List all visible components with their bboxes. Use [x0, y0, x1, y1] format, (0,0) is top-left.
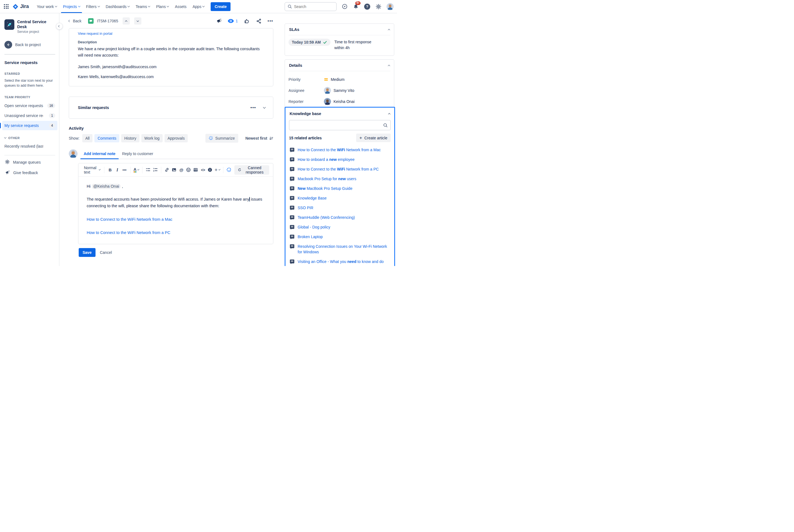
filter-work-log[interactable]: Work log: [141, 134, 163, 142]
create-button[interactable]: Create: [211, 2, 230, 11]
code-block-button[interactable]: <>: [199, 166, 206, 174]
next-issue-button[interactable]: [134, 17, 141, 24]
nav-item-teams[interactable]: Teams: [132, 0, 153, 13]
back-button[interactable]: Back: [69, 19, 81, 23]
bold-button[interactable]: B: [107, 166, 114, 174]
filter-all[interactable]: All: [82, 134, 93, 142]
kb-article-link[interactable]: Resolving Connection Issues on Your Wi-F…: [289, 242, 391, 256]
like-thumbs-up-icon[interactable]: [243, 18, 250, 24]
detail-row-reporter[interactable]: ReporterKeisha Onai: [289, 96, 390, 107]
mention-pill[interactable]: @Keisha Onai: [92, 184, 121, 189]
canned-responses-button[interactable]: Canned responses: [234, 165, 269, 175]
filter-approvals[interactable]: Approvals: [165, 134, 188, 142]
sort-order-button[interactable]: Newest first: [245, 136, 273, 140]
similar-requests-card: Similar requests •••: [69, 97, 273, 119]
kb-article-link[interactable]: Macbook Pro Setup for new users: [289, 174, 391, 184]
cancel-button[interactable]: Cancel: [100, 250, 112, 255]
nav-item-dashboards[interactable]: Dashboards: [103, 0, 133, 13]
previous-issue-button[interactable]: [123, 17, 130, 24]
sidebar-queue-my-service-requests[interactable]: My service requests4: [2, 121, 57, 130]
text-color-button[interactable]: A: [133, 166, 140, 174]
sla-status-pill[interactable]: Today 10:59 AM: [289, 39, 330, 46]
text-style-dropdown[interactable]: Normal text: [82, 166, 102, 174]
italic-button[interactable]: I: [114, 166, 121, 174]
manage-queues-button[interactable]: Manage queues: [4, 157, 55, 168]
tab-reply-to-customer[interactable]: Reply to customer: [119, 150, 156, 159]
back-to-project[interactable]: Back to project: [4, 41, 55, 49]
link-button[interactable]: [163, 166, 171, 174]
similar-requests-more-button[interactable]: •••: [251, 106, 256, 110]
chevron-down-icon: [78, 5, 80, 7]
kb-article-link[interactable]: Knowledge Base: [289, 193, 391, 203]
project-name[interactable]: Central Service Desk: [17, 19, 55, 29]
chevron-down-icon[interactable]: [263, 106, 266, 109]
sidebar-queue-unassigned-service-requ[interactable]: Unassigned service requ...1: [2, 111, 57, 120]
nav-item-projects[interactable]: Projects: [60, 0, 83, 13]
notifications-bell-icon[interactable]: 9+: [353, 3, 359, 10]
give-feedback-button[interactable]: Give feedback: [4, 168, 55, 178]
kb-article-link[interactable]: Broken Laptop: [289, 232, 391, 242]
summarize-button[interactable]: Summarize: [205, 134, 238, 142]
kb-search-field[interactable]: [289, 120, 391, 130]
view-request-in-portal-link[interactable]: View request in portal: [78, 32, 112, 36]
filter-history[interactable]: History: [121, 134, 140, 142]
detail-row-assignee[interactable]: AssigneeSammy Vito: [289, 85, 390, 96]
insert-table-button[interactable]: [192, 166, 199, 174]
kb-article-link[interactable]: New MacBook Pro Setup Guide: [289, 184, 391, 193]
nav-item-filters[interactable]: Filters: [83, 0, 103, 13]
emoji-button[interactable]: [185, 166, 192, 174]
sidebar-queue-recently-resolved-last-7-d[interactable]: Recently resolved (last 7 d...: [2, 142, 57, 151]
kb-link-pc[interactable]: How to Connect to the WiFi Network from …: [87, 230, 265, 236]
kb-search-input[interactable]: [292, 123, 383, 128]
editor-content[interactable]: Hi @Keisha Onai , The requested accounts…: [78, 176, 273, 244]
save-button[interactable]: Save: [79, 248, 95, 257]
more-formatting-button[interactable]: •••: [121, 166, 128, 174]
nav-item-your-work[interactable]: Your work: [34, 0, 60, 13]
user-avatar[interactable]: [387, 3, 394, 10]
other-section-toggle[interactable]: OTHER: [4, 136, 55, 140]
collapse-chevron-icon[interactable]: [388, 113, 390, 115]
sidebar-collapse-button[interactable]: [56, 23, 63, 30]
issue-key[interactable]: ITSM-17065: [97, 19, 118, 23]
kb-article-link[interactable]: Visiting an Office - What you need to kn…: [289, 256, 391, 266]
kb-article-link[interactable]: TeamHuddle (Web Conferencing): [289, 212, 391, 222]
insert-more-button[interactable]: +: [214, 166, 221, 174]
bullet-list-button[interactable]: [144, 166, 151, 174]
jira-logo[interactable]: Jira: [13, 4, 29, 10]
tab-add-internal-note[interactable]: Add internal note: [80, 150, 119, 159]
nav-item-assets[interactable]: Assets: [172, 0, 189, 13]
chevron-down-icon: [55, 5, 57, 7]
info-panel-button[interactable]: [206, 166, 214, 174]
nav-item-plans[interactable]: Plans: [153, 0, 172, 13]
kb-article-link[interactable]: How to onboard a new employee: [289, 154, 391, 164]
more-actions-button[interactable]: •••: [267, 19, 273, 23]
sidebar-queue-open-service-requests[interactable]: Open service requests16: [2, 101, 57, 110]
description-line: James Smith, jamessmith@auditsuccess.com: [78, 64, 264, 70]
numbered-list-button[interactable]: [151, 166, 159, 174]
detail-row-priority[interactable]: PriorityMedium: [289, 74, 390, 85]
app-switcher-icon[interactable]: [4, 4, 8, 9]
watchers-button[interactable]: 1: [228, 19, 238, 23]
kb-link-mac[interactable]: How to Connect to the WiFi Network from …: [87, 216, 265, 223]
feedback-megaphone-icon[interactable]: [216, 18, 222, 24]
ai-sparkle-button[interactable]: [225, 166, 233, 174]
kb-article-link[interactable]: How to Connect to the WiFi Network from …: [289, 145, 391, 154]
global-search-input[interactable]: [294, 4, 330, 9]
kb-article-link[interactable]: SSO PIR: [289, 203, 391, 212]
collapse-chevron-icon[interactable]: [388, 29, 390, 31]
kb-article-link[interactable]: Global - Dog policy: [289, 222, 391, 232]
filter-comments[interactable]: Comments: [94, 134, 119, 142]
team-priority-label: TEAM PRIORITY: [4, 95, 55, 99]
collapse-chevron-icon[interactable]: [388, 65, 390, 67]
global-search[interactable]: [284, 2, 336, 11]
kb-article-link[interactable]: How to Connect to the WiFi Network from …: [289, 164, 391, 174]
nav-item-apps[interactable]: Apps: [189, 0, 207, 13]
settings-gear-icon[interactable]: [375, 3, 382, 10]
insert-image-button[interactable]: [171, 166, 178, 174]
discover-compass-icon[interactable]: [341, 3, 348, 10]
mention-button[interactable]: @: [178, 166, 185, 174]
create-article-button[interactable]: + Create article: [356, 134, 391, 142]
share-icon[interactable]: [255, 18, 262, 24]
help-icon[interactable]: ?: [364, 3, 370, 10]
canned-responses-icon: [238, 168, 241, 172]
